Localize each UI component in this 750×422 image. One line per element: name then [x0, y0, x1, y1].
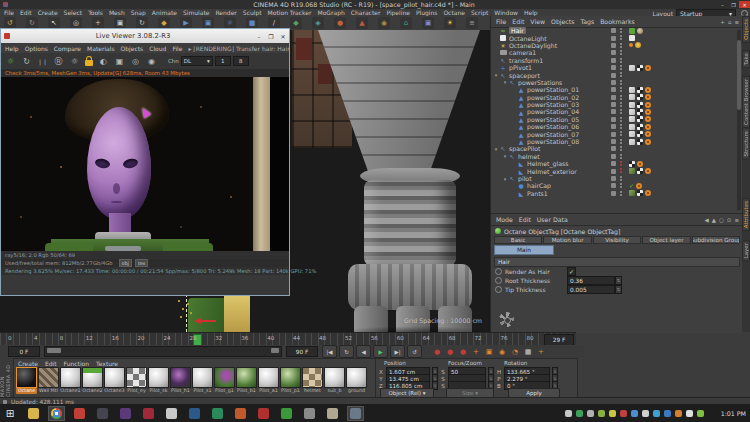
am-menu-edit[interactable]: Edit [519, 216, 531, 223]
search-icon[interactable]: ○ [719, 217, 724, 223]
menu-sculpt[interactable]: Sculpt [243, 9, 262, 16]
home-icon[interactable]: ⌂ [728, 19, 732, 25]
keyframe-circle-icon[interactable]: ◉ [497, 347, 507, 357]
taskbar-maxon[interactable] [117, 406, 134, 421]
visibility-dots[interactable] [620, 176, 622, 178]
tray-icon-3[interactable] [587, 410, 594, 417]
value-field[interactable]: 0.005 [567, 285, 615, 294]
layer-toggle[interactable] [611, 58, 616, 63]
om-menu-objects[interactable]: Objects [551, 18, 574, 25]
material-suit-b[interactable]: suit_b [324, 367, 345, 394]
object-item-powerstation-05[interactable]: ▲powerStation_05 [491, 116, 743, 123]
character-icon[interactable]: ◉ [378, 17, 390, 29]
checker-tag-icon[interactable] [637, 87, 643, 93]
object-item-transform1[interactable]: ↖transform1 [491, 57, 743, 64]
target-tag-icon[interactable] [645, 116, 651, 122]
side-tab-structure[interactable]: Structure [742, 128, 750, 160]
tex-tag-icon[interactable] [629, 65, 635, 71]
om-menu-view[interactable]: View [530, 18, 545, 25]
object-item-octanedaylight[interactable]: ☀OctaneDaylight [491, 42, 743, 49]
object-item-powerstation-04[interactable]: ▲powerStation_04 [491, 108, 743, 115]
layer-toggle[interactable] [611, 50, 616, 55]
target-tag-icon[interactable] [645, 139, 651, 145]
snap-grid-icon[interactable]: ▦ [523, 347, 533, 357]
maximize-button[interactable]: ❐ [265, 33, 277, 40]
object-item-spaceport[interactable]: ▾↖spaceport [491, 71, 743, 78]
tray-icon-10[interactable] [664, 410, 671, 417]
render-view[interactable] [1, 77, 289, 251]
visibility-dots[interactable] [620, 131, 622, 133]
material-thumbnail[interactable] [302, 367, 323, 388]
object-item-helmet-exterior[interactable]: ◣Helmet_exterior [491, 167, 743, 174]
tray-icon-6[interactable] [620, 410, 627, 417]
range-start-field[interactable]: 0 F [8, 346, 40, 357]
subdivision-surface-icon[interactable]: ◆ [290, 17, 302, 29]
tex-tag-icon[interactable] [629, 109, 635, 115]
side-tab-attributes[interactable]: Attributes [742, 198, 750, 231]
taskbar-app-red-2[interactable] [255, 406, 272, 421]
visibility-dots[interactable] [620, 117, 622, 119]
tab-motion-blur[interactable]: Motion blur [543, 236, 591, 244]
visibility-dots[interactable] [620, 161, 622, 163]
tex-tag-icon[interactable] [629, 87, 635, 93]
tray-icon-8[interactable] [642, 410, 649, 417]
burger-icon[interactable]: ≡ [734, 217, 739, 223]
material-ball-icon[interactable]: ◐ [98, 56, 109, 67]
material-menu-create[interactable]: Create [18, 360, 38, 367]
pause-icon[interactable]: ❘❘ [37, 56, 48, 67]
material-thumbnail[interactable] [280, 367, 301, 388]
object-tree-scrollbar[interactable] [737, 30, 741, 210]
material-thumbnail[interactable] [38, 367, 59, 388]
close-button[interactable]: ✕ [739, 1, 750, 8]
menu-character[interactable]: Character [351, 9, 381, 16]
object-item-powerstation-01[interactable]: ▲powerStation_01 [491, 86, 743, 93]
visibility-dots[interactable] [620, 28, 622, 30]
channel-select[interactable]: DL▾ [181, 56, 213, 66]
menu-motion-tracker[interactable]: Motion Tracker [268, 9, 312, 16]
layer-toggle[interactable] [611, 183, 616, 188]
material-menu-texture[interactable]: Texture [96, 360, 118, 367]
menu-plugins[interactable]: Plugins [416, 9, 438, 16]
visibility-dots[interactable] [620, 139, 622, 141]
tab-basic[interactable]: Basic [494, 236, 542, 244]
record-keyframe-icon[interactable]: ● [432, 347, 442, 357]
taskbar-app-red[interactable] [71, 406, 88, 421]
object-item-haircap[interactable]: ●hairCap✓ [491, 182, 743, 189]
tray-icon-13[interactable] [697, 410, 704, 417]
visibility-dots[interactable] [620, 154, 622, 156]
om-menu-edit[interactable]: Edit [512, 18, 524, 25]
layer-toggle[interactable] [611, 87, 616, 92]
checker-tag-icon[interactable] [637, 102, 643, 108]
texgreen-tag-icon[interactable] [629, 168, 635, 174]
tray-icon-9[interactable] [653, 410, 660, 417]
visibility-dots[interactable] [620, 191, 622, 193]
material-pilot-s1[interactable]: Pilot_s1 [192, 367, 213, 394]
material-menu-edit[interactable]: Edit [45, 360, 57, 367]
target-tag-icon[interactable] [645, 87, 651, 93]
tray-icon-7[interactable] [631, 410, 638, 417]
object-item-hair[interactable]: ≈Hair [491, 27, 743, 34]
visibility-dots[interactable] [620, 109, 622, 111]
value-field[interactable]: 0.36 [567, 276, 615, 285]
mograph-icon[interactable]: ◈ [312, 17, 324, 29]
layer-toggle[interactable] [611, 95, 616, 100]
taskbar-app-beige[interactable] [324, 406, 341, 421]
material-thumbnail[interactable] [192, 367, 213, 388]
taskbar-app-dark[interactable] [94, 406, 111, 421]
stepper[interactable]: ⇅ [615, 276, 622, 285]
camera-icon[interactable]: ▣ [422, 17, 434, 29]
material-thumbnail[interactable] [324, 367, 345, 388]
taskbar-app-orange[interactable] [232, 406, 249, 421]
om-menu-tags[interactable]: Tags [580, 18, 594, 25]
taskbar-app-crimson[interactable] [140, 406, 157, 421]
material-thumbnail[interactable] [214, 367, 235, 388]
menu-animate[interactable]: Animate [152, 9, 177, 16]
lv-menu-file[interactable]: File [172, 45, 182, 52]
object-item-powerstation-03[interactable]: ▲powerStation_03 [491, 101, 743, 108]
target-tag-icon[interactable] [645, 65, 651, 71]
visibility-dots[interactable] [620, 80, 622, 82]
taskbar-app-green-c[interactable] [209, 406, 226, 421]
visibility-dots[interactable] [620, 183, 622, 185]
visibility-dots[interactable] [620, 95, 622, 97]
lv-menu-help[interactable]: Help [5, 45, 19, 52]
